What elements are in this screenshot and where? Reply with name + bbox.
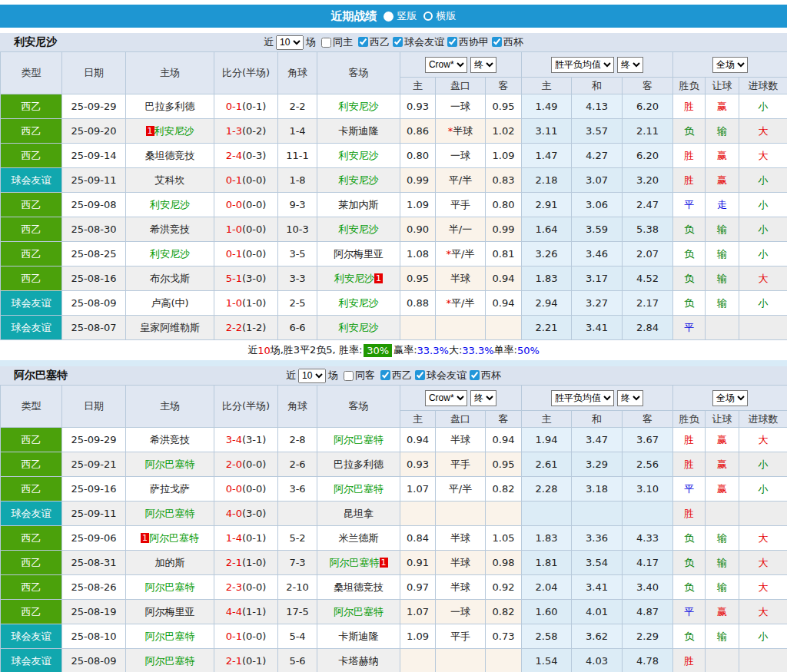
corner-cell: 11-1 bbox=[278, 144, 317, 168]
fulltime-score: 0-1 bbox=[226, 174, 242, 186]
avg-draw: 3.07 bbox=[572, 168, 623, 193]
team-cell: 布尔戈斯 bbox=[126, 266, 214, 291]
layout-radio-vertical[interactable]: 竖版 bbox=[384, 9, 417, 23]
avg-away: 3.67 bbox=[623, 428, 673, 452]
halftime-score: (0-0) bbox=[242, 483, 266, 495]
col-date: 日期 bbox=[62, 52, 126, 94]
odds-handicap: 平/半 bbox=[436, 477, 486, 502]
result-wdl: 负 bbox=[673, 551, 706, 575]
period-select[interactable]: 全场 bbox=[712, 390, 748, 406]
odds-home: 1.07 bbox=[400, 600, 436, 624]
odds-source-select[interactable]: Crow* bbox=[425, 390, 467, 406]
radio-unselected-icon[interactable] bbox=[423, 12, 433, 21]
avg-draw: 3.47 bbox=[572, 428, 623, 452]
team-cell: 卡斯迪隆 bbox=[317, 119, 400, 144]
fulltime-score: 1-4 bbox=[226, 532, 242, 544]
league-checkbox[interactable] bbox=[380, 370, 390, 380]
result-handicap: 赢 bbox=[706, 428, 739, 452]
odds-away: 0.94 bbox=[486, 291, 522, 316]
match-date: 25-09-11 bbox=[62, 502, 126, 526]
result-handicap: 输 bbox=[706, 242, 739, 266]
match-date: 25-08-30 bbox=[62, 217, 126, 242]
team-cell: 阿尔巴塞特 bbox=[317, 428, 400, 452]
halftime-score: (0-0) bbox=[242, 174, 266, 186]
layout-radio-horizontal[interactable]: 横版 bbox=[423, 9, 457, 23]
avg-time-select[interactable]: 终 bbox=[617, 57, 643, 73]
team-cell: 利安尼沙 bbox=[317, 316, 400, 340]
avg-home: 1.54 bbox=[522, 649, 572, 672]
result-wdl: 平 bbox=[673, 316, 706, 340]
odds-away: 0.73 bbox=[486, 624, 522, 649]
avg-draw: 3.41 bbox=[572, 316, 623, 340]
same-venue-checkbox[interactable] bbox=[321, 38, 331, 48]
result-handicap: 赢 bbox=[706, 477, 739, 502]
rank-badge: 1 bbox=[141, 533, 149, 543]
league-filter[interactable]: 西乙 bbox=[355, 35, 390, 49]
result-wdl: 负 bbox=[673, 624, 706, 649]
odds-source-select[interactable]: Crow* bbox=[425, 57, 467, 73]
avg-draw bbox=[572, 502, 623, 526]
fulltime-score: 4-0 bbox=[226, 508, 242, 519]
fulltime-score: 0-1 bbox=[226, 631, 242, 642]
avg-draw: 4.03 bbox=[572, 649, 623, 672]
league-filter[interactable]: 西乙 bbox=[377, 369, 412, 382]
team-cell: 巴拉多利德 bbox=[317, 452, 400, 477]
halftime-score: (1-2) bbox=[242, 322, 266, 333]
same-venue-checkbox[interactable] bbox=[344, 371, 354, 381]
odds-handicap: 半球 bbox=[436, 428, 486, 452]
league-checkbox[interactable] bbox=[393, 37, 403, 47]
team-cell: 阿尔巴塞特 bbox=[126, 624, 214, 649]
score-cell: 2-0(0-0) bbox=[214, 452, 278, 477]
odds-away: 0.83 bbox=[486, 168, 522, 193]
league-filter[interactable]: 西杯 bbox=[467, 369, 501, 382]
league-filter[interactable]: 球会友谊 bbox=[412, 369, 467, 382]
fulltime-score: 4-4 bbox=[226, 606, 242, 617]
team-name: 加的斯 bbox=[155, 557, 185, 568]
match-type: 球会友谊 bbox=[1, 649, 62, 672]
match-date: 25-09-29 bbox=[62, 428, 126, 452]
team-cell: 加的斯 bbox=[126, 551, 214, 575]
league-filter[interactable]: 西协甲 bbox=[444, 35, 489, 49]
league-filter[interactable]: 西杯 bbox=[489, 35, 523, 49]
odds-away: 0.82 bbox=[486, 600, 522, 624]
same-venue-filter[interactable]: 同主 bbox=[318, 35, 353, 49]
summary-value: 10 bbox=[257, 345, 271, 356]
star-mark: * bbox=[447, 297, 452, 309]
match-date: 25-08-10 bbox=[62, 624, 126, 649]
match-row: 球会友谊25-08-10阿尔巴塞特0-1(0-0)5-4卡斯迪隆1.09平手0.… bbox=[1, 624, 787, 649]
avg-type-select[interactable]: 胜平负均值 bbox=[551, 390, 614, 406]
league-filter[interactable]: 球会友谊 bbox=[390, 35, 444, 49]
league-checkbox[interactable] bbox=[492, 37, 502, 47]
odds-time-select[interactable]: 终 bbox=[470, 390, 496, 406]
odds-away: 1.02 bbox=[486, 119, 522, 144]
avg-draw: 3.46 bbox=[572, 242, 623, 266]
avg-draw: 3.29 bbox=[572, 452, 623, 477]
league-checkbox[interactable] bbox=[447, 37, 457, 47]
corner-cell: 2-2 bbox=[278, 94, 317, 119]
fulltime-score: 2-2 bbox=[226, 322, 242, 333]
league-checkbox[interactable] bbox=[358, 37, 368, 47]
league-checkbox[interactable] bbox=[415, 370, 425, 380]
team-cell: 1利安尼沙 bbox=[126, 119, 214, 144]
radio-selected-icon[interactable] bbox=[384, 12, 394, 22]
avg-away: 2.17 bbox=[623, 291, 673, 316]
avg-away: 3.20 bbox=[623, 168, 673, 193]
avg-draw: 3.59 bbox=[572, 217, 623, 242]
match-date: 25-08-09 bbox=[62, 291, 126, 316]
match-count-select[interactable]: 10 bbox=[298, 369, 326, 383]
avg-type-select[interactable]: 胜平负均值 bbox=[551, 57, 614, 73]
team-name: 阿尔巴塞特 bbox=[145, 581, 195, 593]
rank-badge: 1 bbox=[146, 126, 154, 136]
match-count-select[interactable]: 10 bbox=[276, 35, 304, 50]
odds-time-select[interactable]: 终 bbox=[470, 57, 496, 73]
match-row: 西乙25-08-16布尔戈斯5-1(3-0)3-3利安尼沙10.95半球0.94… bbox=[1, 266, 787, 291]
summary-label: 近 bbox=[247, 343, 257, 357]
fulltime-score: 2-1 bbox=[226, 557, 242, 568]
odds-away: 0.95 bbox=[486, 94, 522, 119]
same-venue-filter[interactable]: 同客 bbox=[340, 369, 375, 382]
odds-home: 0.93 bbox=[400, 94, 436, 119]
avg-time-select[interactable]: 终 bbox=[617, 390, 643, 406]
league-checkbox[interactable] bbox=[470, 370, 480, 380]
match-row: 西乙25-08-30希洪竞技1-0(0-0)10-3利安尼沙0.90半/一0.9… bbox=[1, 217, 787, 242]
period-select[interactable]: 全场 bbox=[712, 57, 748, 73]
